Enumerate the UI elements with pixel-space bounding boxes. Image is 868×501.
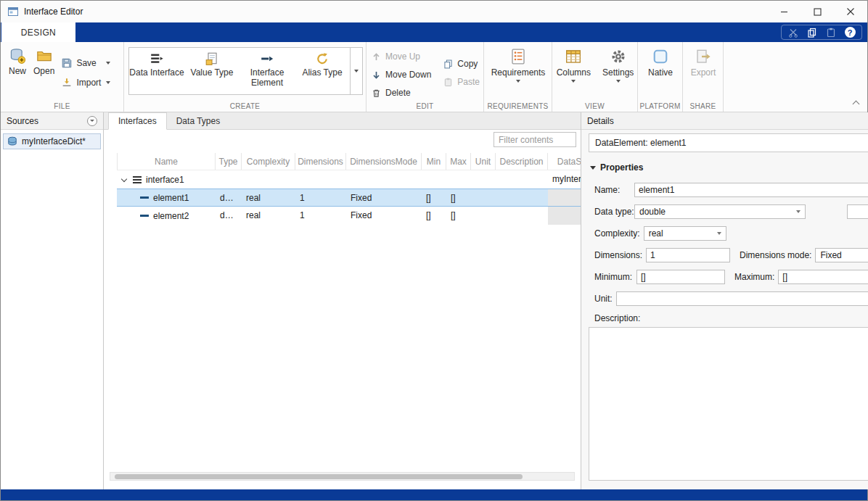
native-button[interactable]: Native bbox=[644, 45, 676, 100]
paste-icon bbox=[443, 77, 454, 88]
alias-type-button[interactable]: Alias Type bbox=[295, 48, 350, 94]
settings-button[interactable]: Settings bbox=[599, 45, 637, 100]
columns-button[interactable]: Columns bbox=[553, 45, 594, 100]
save-button-label: Save bbox=[76, 58, 96, 68]
move-down-button[interactable]: Move Down bbox=[371, 67, 431, 82]
cell-min: [] bbox=[422, 189, 446, 206]
column-header-name[interactable]: Name bbox=[117, 153, 216, 170]
properties-section-header[interactable]: Properties bbox=[590, 162, 868, 173]
column-header-complexity[interactable]: Complexity bbox=[242, 153, 295, 170]
open-folder-icon bbox=[36, 48, 52, 64]
table-row-interface1[interactable]: interface1 myInterfaceDict bbox=[117, 170, 581, 189]
import-button-label: Import bbox=[76, 78, 101, 88]
selected-element-header: DataElement: element1 bbox=[589, 133, 868, 152]
app-icon bbox=[7, 6, 19, 17]
ribbon-section-requirements: Requirements REQUIREMENTS bbox=[484, 42, 552, 112]
save-button[interactable]: Save bbox=[61, 56, 110, 70]
details-panel: Details DataElement: element1 Properties… bbox=[581, 112, 868, 489]
minimize-button[interactable] bbox=[767, 1, 801, 22]
copy-button-qat[interactable] bbox=[803, 25, 821, 39]
minimum-label: Minimum: bbox=[594, 272, 633, 282]
column-header-unit[interactable]: Unit bbox=[471, 153, 496, 170]
cell-max bbox=[446, 170, 471, 189]
value-type-label: Value Type bbox=[191, 68, 234, 78]
delete-button[interactable]: Delete bbox=[371, 86, 431, 100]
section-label-file: FILE bbox=[1, 102, 123, 110]
import-dropdown-icon[interactable] bbox=[106, 81, 110, 84]
tree-expand-icon[interactable] bbox=[121, 175, 127, 181]
scrollbar-thumb[interactable] bbox=[115, 474, 523, 479]
copy-label: Copy bbox=[457, 59, 478, 69]
section-label-create: CREATE bbox=[124, 102, 366, 110]
tab-data-types[interactable]: Data Types bbox=[167, 112, 229, 129]
move-up-label: Move Up bbox=[385, 51, 420, 62]
column-header-dimensions[interactable]: Dimensions bbox=[295, 153, 346, 170]
new-button[interactable]: New bbox=[5, 45, 30, 100]
requirements-button[interactable]: Requirements bbox=[488, 45, 549, 100]
sources-collapse-icon[interactable] bbox=[87, 116, 97, 126]
tab-design[interactable]: DESIGN bbox=[1, 22, 75, 42]
cell-dimensions: 1 bbox=[295, 189, 346, 206]
data-type-select[interactable]: double bbox=[634, 204, 806, 219]
dimensions-mode-select[interactable]: Fixed bbox=[815, 248, 868, 262]
unit-label: Unit: bbox=[594, 294, 613, 304]
name-field[interactable] bbox=[634, 183, 868, 197]
sources-list: myInterfaceDict* bbox=[1, 130, 103, 489]
data-type-expand-button[interactable]: >> bbox=[847, 204, 868, 219]
maximum-field[interactable] bbox=[778, 270, 868, 284]
column-header-min[interactable]: Min bbox=[422, 153, 446, 170]
cell-datasource bbox=[548, 189, 581, 206]
editor-panel: Interfaces Data Types Name Type Complexi… bbox=[104, 112, 581, 489]
complexity-select[interactable]: real bbox=[644, 226, 726, 241]
column-header-description[interactable]: Description bbox=[496, 153, 548, 170]
create-gallery-dropdown[interactable] bbox=[350, 48, 362, 94]
tab-interfaces[interactable]: Interfaces bbox=[108, 112, 167, 130]
move-down-icon bbox=[371, 70, 382, 80]
help-button[interactable]: ? bbox=[841, 25, 859, 39]
description-field[interactable] bbox=[589, 327, 868, 481]
new-dictionary-icon bbox=[9, 48, 25, 64]
create-gallery: Data Interface Value Type Interface Elem… bbox=[128, 47, 363, 95]
move-up-button: Move Up bbox=[371, 49, 431, 64]
horizontal-scrollbar[interactable] bbox=[110, 472, 575, 481]
copy-button[interactable]: Copy bbox=[443, 57, 480, 71]
interfaces-table: Name Type Complexity Dimensions Dimensio… bbox=[117, 153, 581, 225]
cell-dimensions bbox=[295, 170, 346, 189]
details-body: DataElement: element1 Properties Name: D… bbox=[581, 130, 868, 489]
import-button[interactable]: Import bbox=[61, 75, 110, 90]
value-type-button[interactable]: Value Type bbox=[184, 48, 239, 94]
column-header-type[interactable]: Type bbox=[216, 153, 242, 170]
ribbon-collapse-icon[interactable] bbox=[853, 99, 860, 106]
column-header-datasource[interactable]: DataSource bbox=[548, 153, 581, 170]
interface-element-button[interactable]: Interface Element bbox=[239, 48, 295, 94]
column-header-max[interactable]: Max bbox=[446, 153, 471, 170]
table-row-element2[interactable]: element2 double real 1 Fixed [] [] bbox=[117, 207, 581, 225]
close-button[interactable] bbox=[834, 1, 867, 22]
settings-dropdown-icon bbox=[616, 80, 621, 83]
dimensions-mode-value: Fixed bbox=[820, 250, 868, 260]
cell-description bbox=[496, 189, 548, 206]
cell-type: double bbox=[216, 189, 242, 206]
export-label: Export bbox=[691, 67, 716, 78]
columns-label: Columns bbox=[557, 67, 591, 78]
ribbon-section-file: New Open Save Import bbox=[1, 42, 124, 112]
window-title: Interface Editor bbox=[24, 7, 83, 17]
filter-contents-input[interactable] bbox=[494, 132, 576, 147]
chevron-down-icon bbox=[717, 232, 721, 235]
column-header-dimensionsmode[interactable]: DimensionsMode bbox=[346, 153, 422, 170]
settings-label: Settings bbox=[602, 67, 634, 78]
minimum-field[interactable] bbox=[636, 270, 725, 284]
data-interface-button[interactable]: Data Interface bbox=[129, 48, 184, 94]
save-dropdown-icon[interactable] bbox=[106, 62, 110, 65]
open-button[interactable]: Open bbox=[30, 45, 58, 100]
cell-datasource bbox=[548, 207, 581, 225]
section-label-platform: PLATFORM bbox=[638, 102, 682, 110]
maximize-button[interactable] bbox=[801, 1, 834, 22]
dimensions-field[interactable] bbox=[646, 248, 730, 262]
alias-type-icon bbox=[315, 51, 329, 66]
dimensions-mode-label: Dimensions mode: bbox=[740, 250, 811, 260]
unit-field[interactable] bbox=[616, 291, 868, 306]
source-item-dictionary[interactable]: myInterfaceDict* bbox=[3, 133, 101, 149]
cell-unit bbox=[471, 207, 496, 225]
table-row-element1[interactable]: element1 double real 1 Fixed [] [] bbox=[117, 189, 581, 207]
